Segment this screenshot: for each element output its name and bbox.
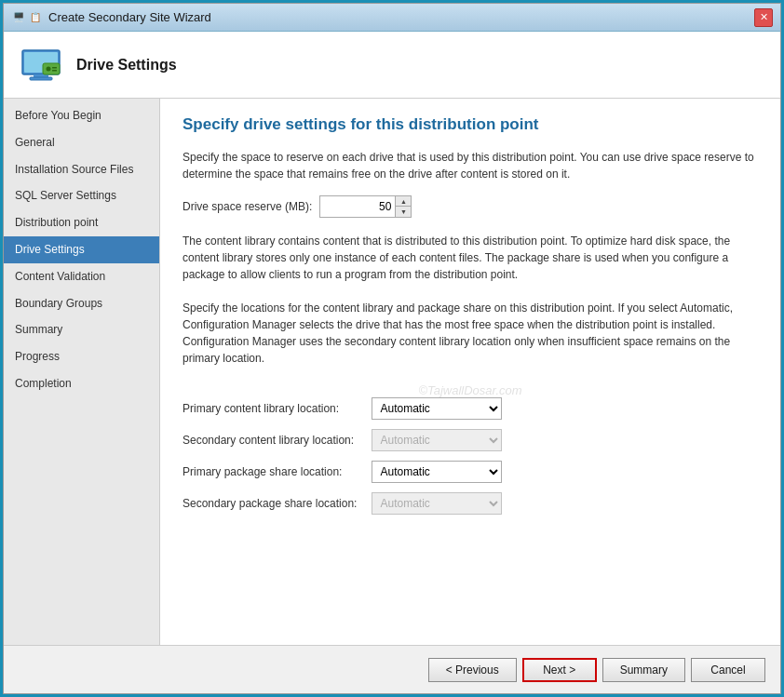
main-content: Specify drive settings for this distribu… <box>160 99 780 645</box>
description-2: The content library contains content tha… <box>182 233 758 283</box>
sidebar: Before You BeginGeneralInstallation Sour… <box>4 99 160 645</box>
sidebar-item-progress[interactable]: Progress <box>4 343 159 370</box>
title-bar-left: 🖥️ 📋 Create Secondary Site Wizard <box>11 10 211 25</box>
previous-button[interactable]: < Previous <box>428 658 517 682</box>
description-3: Specify the locations for the content li… <box>182 300 758 367</box>
app-icon2: 📋 <box>28 10 43 25</box>
primary-package-share-label: Primary package share location: <box>182 465 357 478</box>
primary-content-library-label: Primary content library location: <box>182 402 357 415</box>
secondary-content-library-label: Secondary content library location: <box>182 434 357 447</box>
app-icon: 🖥️ <box>11 10 26 25</box>
sidebar-item-drive-settings[interactable]: Drive Settings <box>4 236 159 263</box>
secondary-content-library-select[interactable]: AutomaticC:D:E: <box>372 429 502 451</box>
svg-rect-3 <box>30 77 52 80</box>
spinner-buttons: ▲ ▼ <box>395 196 411 217</box>
description-1: Specify the space to reserve on each dri… <box>182 149 758 182</box>
svg-point-5 <box>47 66 51 71</box>
svg-rect-4 <box>43 63 60 74</box>
window-title: Create Secondary Site Wizard <box>48 10 211 24</box>
footer: < Previous Next > Summary Cancel <box>4 645 780 693</box>
title-bar: 🖥️ 📋 Create Secondary Site Wizard ✕ <box>4 4 780 32</box>
header-bar: Drive Settings <box>4 32 780 99</box>
secondary-package-share-select[interactable]: AutomaticC:D:E: <box>372 492 502 515</box>
close-button[interactable]: ✕ <box>754 8 773 27</box>
page-title: Specify drive settings for this distribu… <box>182 115 758 134</box>
watermark: ©TajwallDosar.com <box>182 383 758 397</box>
secondary-package-share-label: Secondary package share location: <box>182 497 357 510</box>
title-bar-icons: 🖥️ 📋 <box>11 10 43 25</box>
primary-content-library-select[interactable]: AutomaticC:D:E: <box>372 397 502 420</box>
next-button[interactable]: Next > <box>522 658 597 682</box>
sidebar-item-distribution-point[interactable]: Distribution point <box>4 209 159 236</box>
sidebar-item-general[interactable]: General <box>4 129 159 156</box>
cancel-button[interactable]: Cancel <box>691 658 765 682</box>
spinner-up-button[interactable]: ▲ <box>396 196 411 207</box>
drive-space-input[interactable] <box>320 196 395 217</box>
sidebar-item-sql-server-settings[interactable]: SQL Server Settings <box>4 182 159 209</box>
drive-space-row: Drive space reserve (MB): ▲ ▼ <box>182 195 758 218</box>
svg-rect-7 <box>52 70 57 72</box>
sidebar-item-completion[interactable]: Completion <box>4 370 159 397</box>
content-area: Before You BeginGeneralInstallation Sour… <box>4 99 780 645</box>
location-grid: Primary content library location:Automat… <box>182 397 758 515</box>
sidebar-item-installation-source-files[interactable]: Installation Source Files <box>4 156 159 183</box>
spinner-down-button[interactable]: ▼ <box>396 207 411 217</box>
wizard-window: 🖥️ 📋 Create Secondary Site Wizard ✕ Driv <box>3 3 781 694</box>
sidebar-item-content-validation[interactable]: Content Validation <box>4 263 159 290</box>
header-icon <box>19 43 63 87</box>
sidebar-item-before-you-begin[interactable]: Before You Begin <box>4 102 159 129</box>
sidebar-item-summary[interactable]: Summary <box>4 316 159 343</box>
sidebar-item-boundary-groups[interactable]: Boundary Groups <box>4 290 159 317</box>
drive-space-spinner[interactable]: ▲ ▼ <box>319 195 412 218</box>
drive-space-label: Drive space reserve (MB): <box>182 200 312 213</box>
primary-package-share-select[interactable]: AutomaticC:D:E: <box>372 461 502 483</box>
svg-rect-6 <box>52 67 57 69</box>
header-title: Drive Settings <box>76 57 177 74</box>
summary-button[interactable]: Summary <box>602 658 685 682</box>
